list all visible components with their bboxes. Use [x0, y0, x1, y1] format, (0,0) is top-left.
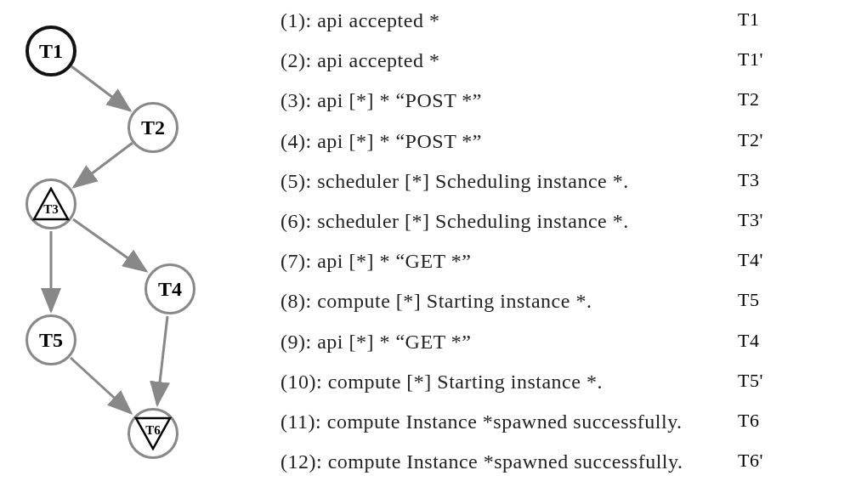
- graph-node-t1: T1: [26, 25, 76, 76]
- template-tag: T4: [738, 331, 831, 350]
- node-label: T5: [39, 329, 63, 352]
- node-label: T3: [43, 202, 59, 217]
- node-label: T2: [141, 116, 165, 139]
- log-entry: (8): compute [*] Starting instance *.: [280, 291, 714, 311]
- log-entry: (2): api accepted *: [280, 50, 714, 71]
- log-entry: (11): compute Instance *spawned successf…: [280, 411, 714, 432]
- graph-node-t4: T4: [144, 263, 196, 314]
- graph-edges: [0, 0, 242, 504]
- template-tag-column: T1 T1' T2 T2' T3 T3' T4' T5 T4 T5' T6 T6…: [738, 10, 831, 491]
- graph-node-t2: T2: [128, 102, 178, 153]
- log-message-list: (1): api accepted * (2): api accepted * …: [280, 10, 714, 491]
- node-label: T1: [39, 40, 63, 63]
- log-entry: (6): scheduler [*] Scheduling instance *…: [280, 211, 714, 231]
- template-tag: T2': [738, 131, 831, 150]
- log-entry: (9): api [*] * “GET *”: [280, 331, 714, 352]
- graph-node-t6: T6: [128, 408, 178, 459]
- template-tag: T1: [738, 10, 831, 29]
- log-entry: (4): api [*] * “POST *”: [280, 131, 714, 151]
- node-label: T6: [145, 423, 161, 438]
- svg-line-1: [71, 66, 130, 110]
- dependency-graph: T1 T2 T3 T4 T5 T6: [0, 0, 242, 504]
- node-label: T4: [158, 278, 182, 301]
- graph-node-t5: T5: [26, 314, 76, 365]
- template-tag: T1': [738, 50, 831, 69]
- log-entry: (3): api [*] * “POST *”: [280, 90, 714, 110]
- log-entry: (5): scheduler [*] Scheduling instance *…: [280, 171, 714, 191]
- svg-line-5: [71, 358, 131, 413]
- template-tag: T6: [738, 411, 831, 430]
- svg-line-2: [74, 143, 133, 187]
- template-tag: T6': [738, 451, 831, 470]
- log-entry: (1): api accepted *: [280, 10, 714, 31]
- template-tag: T5: [738, 291, 831, 309]
- svg-line-6: [157, 316, 167, 405]
- template-tag: T3': [738, 211, 831, 229]
- template-tag: T2: [738, 90, 831, 109]
- template-tag: T3: [738, 171, 831, 190]
- log-entry: (10): compute [*] Starting instance *.: [280, 371, 714, 392]
- template-tag: T5': [738, 371, 831, 390]
- template-tag: T4': [738, 251, 831, 269]
- graph-node-t3: T3: [26, 178, 76, 229]
- log-entry: (12): compute Instance *spawned successf…: [280, 451, 714, 472]
- svg-line-4: [73, 219, 146, 271]
- log-entry: (7): api [*] * “GET *”: [280, 251, 714, 271]
